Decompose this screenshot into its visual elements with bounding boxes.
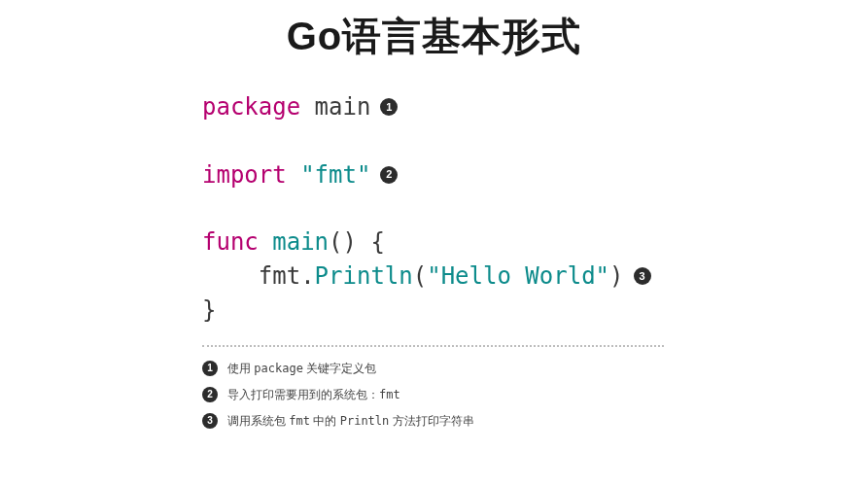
tok-method: Println <box>315 262 413 290</box>
tok-keyword: package <box>202 93 300 121</box>
tok-object: fmt <box>259 262 300 290</box>
note-text: 调用系统包 fmt 中的 Println 方法打印字符串 <box>227 413 474 430</box>
tok-string: "fmt" <box>287 161 371 189</box>
annotation-badge-2: 2 <box>380 166 398 184</box>
code-line-1: package main 1 <box>202 90 868 124</box>
note-badge: 2 <box>202 387 218 402</box>
code-blank <box>202 191 868 226</box>
page-title: Go语言基本形式 <box>0 10 868 63</box>
code-line-3: func main() { <box>202 226 868 260</box>
tok-keyword: func <box>202 228 259 256</box>
divider <box>202 345 664 347</box>
note-text: 导入打印需要用到的系统包：fmt <box>227 387 400 403</box>
tok-paren: ( <box>413 262 427 290</box>
code-line-2: import "fmt" 2 <box>202 158 868 192</box>
note-item: 1 使用 package 关键字定义包 <box>202 361 868 377</box>
code-blank <box>202 124 868 158</box>
annotation-badge-3: 3 <box>634 267 651 285</box>
tok-func-name: main <box>259 228 329 256</box>
tok-plain: () { <box>329 228 385 256</box>
note-item: 2 导入打印需要用到的系统包：fmt <box>202 387 868 403</box>
tok-string: "Hello World" <box>427 262 609 290</box>
note-badge: 1 <box>202 361 218 376</box>
tok-dot: . <box>300 262 314 290</box>
note-text: 使用 package 关键字定义包 <box>227 361 376 377</box>
note-item: 3 调用系统包 fmt 中的 Println 方法打印字符串 <box>202 413 868 430</box>
annotation-notes: 1 使用 package 关键字定义包 2 导入打印需要用到的系统包：fmt 3… <box>202 361 868 430</box>
code-block: package main 1 import "fmt" 2 func main(… <box>202 90 868 328</box>
tok-ident: main <box>300 93 370 121</box>
tok-paren: ) <box>609 262 623 290</box>
annotation-badge-1: 1 <box>380 98 398 116</box>
note-badge: 3 <box>202 413 218 429</box>
code-line-5: } <box>202 294 868 328</box>
code-line-4: fmt.Println("Hello World") 3 <box>202 260 868 294</box>
tok-plain: } <box>202 294 216 328</box>
tok-indent <box>202 262 259 290</box>
tok-keyword: import <box>202 161 287 189</box>
